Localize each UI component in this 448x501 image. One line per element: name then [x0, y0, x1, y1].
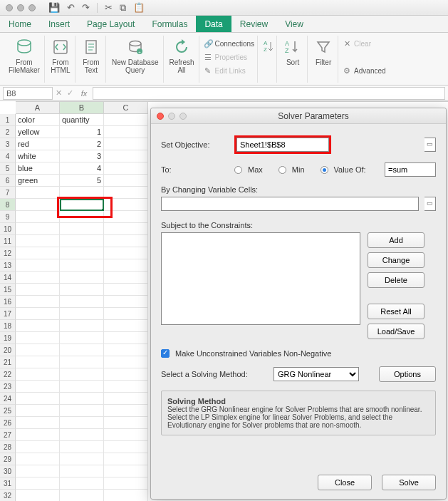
close-dot[interactable]: [6, 4, 13, 11]
cell-A6[interactable]: green: [16, 175, 60, 187]
cell-B13[interactable]: [60, 259, 104, 272]
solve-button[interactable]: Solve: [382, 475, 436, 490]
cell-B9[interactable]: [60, 211, 104, 223]
cell-A7[interactable]: [16, 187, 60, 199]
cell-C10[interactable]: [104, 223, 148, 235]
row-head[interactable]: 32: [0, 490, 16, 501]
cell-C15[interactable]: [104, 284, 148, 296]
cell-C18[interactable]: [104, 320, 148, 332]
fx-icon[interactable]: fx: [78, 89, 90, 98]
col-head-b[interactable]: B: [60, 102, 104, 114]
cell-A3[interactable]: red: [16, 138, 60, 150]
row-head[interactable]: 15: [0, 284, 16, 296]
cell-A19[interactable]: [16, 332, 60, 344]
row-head[interactable]: 18: [0, 320, 16, 332]
options-button[interactable]: Options: [379, 366, 436, 382]
cell-C6[interactable]: [104, 175, 148, 187]
cell-B28[interactable]: [60, 441, 104, 453]
paste-icon[interactable]: 📋: [133, 2, 145, 13]
name-box[interactable]: [3, 87, 53, 100]
radio-min[interactable]: [278, 166, 286, 174]
cell-B2[interactable]: 1: [60, 126, 104, 138]
cell-B17[interactable]: [60, 308, 104, 320]
cell-A1[interactable]: color: [16, 114, 60, 126]
cell-C22[interactable]: [104, 368, 148, 381]
cell-C4[interactable]: [104, 150, 148, 162]
cell-A32[interactable]: [16, 490, 60, 501]
filter-button[interactable]: Filter: [309, 36, 338, 83]
cell-B14[interactable]: [60, 272, 104, 284]
cell-C11[interactable]: [104, 235, 148, 247]
changing-cells-input[interactable]: [161, 197, 419, 211]
radio-valueof[interactable]: [321, 166, 328, 174]
cell-B31[interactable]: [60, 477, 104, 490]
new-database-query-button[interactable]: + New Database Query: [108, 36, 164, 83]
cell-A26[interactable]: [16, 417, 60, 429]
cell-B29[interactable]: [60, 453, 104, 465]
cell-B24[interactable]: [60, 393, 104, 405]
cell-C5[interactable]: [104, 162, 148, 175]
changing-ref-button[interactable]: ▭: [424, 197, 436, 211]
cell-B20[interactable]: [60, 344, 104, 356]
cell-B1[interactable]: quantity: [60, 114, 104, 126]
row-head[interactable]: 26: [0, 417, 16, 429]
row-head[interactable]: 9: [0, 211, 16, 223]
cell-A5[interactable]: blue: [16, 162, 60, 175]
cell-B23[interactable]: [60, 381, 104, 393]
cell-A21[interactable]: [16, 356, 60, 368]
close-button[interactable]: Close: [318, 475, 372, 490]
cell-B12[interactable]: [60, 247, 104, 259]
advanced-filter-button[interactable]: ⚙Advanced: [343, 64, 385, 77]
cell-B6[interactable]: 5: [60, 175, 104, 187]
row-head[interactable]: 20: [0, 344, 16, 356]
cell-B5[interactable]: 4: [60, 162, 104, 175]
cell-C23[interactable]: [104, 381, 148, 393]
cell-A27[interactable]: [16, 429, 60, 441]
tab-review[interactable]: Review: [231, 16, 276, 32]
row-head[interactable]: 14: [0, 272, 16, 284]
from-filemaker-button[interactable]: From FileMaker: [4, 36, 45, 83]
sort-button[interactable]: AZ Sort: [278, 36, 308, 83]
constraints-listbox[interactable]: [161, 232, 360, 325]
add-button[interactable]: Add: [368, 232, 424, 248]
copy-icon[interactable]: ⧉: [120, 2, 126, 14]
row-head[interactable]: 11: [0, 235, 16, 247]
row-head[interactable]: 12: [0, 247, 16, 259]
cell-A24[interactable]: [16, 393, 60, 405]
cell-B15[interactable]: [60, 284, 104, 296]
cell-A22[interactable]: [16, 368, 60, 381]
tab-data[interactable]: Data: [196, 16, 231, 32]
cell-C2[interactable]: [104, 126, 148, 138]
properties-button[interactable]: ☰Properties: [204, 51, 255, 63]
cell-A25[interactable]: [16, 405, 60, 417]
radio-max[interactable]: [234, 166, 242, 174]
row-head[interactable]: 29: [0, 453, 16, 465]
row-head[interactable]: 2: [0, 126, 16, 138]
cell-C28[interactable]: [104, 441, 148, 453]
cell-A15[interactable]: [16, 284, 60, 296]
cell-B16[interactable]: [60, 296, 104, 308]
cell-A12[interactable]: [16, 247, 60, 259]
cell-C29[interactable]: [104, 453, 148, 465]
cell-A16[interactable]: [16, 296, 60, 308]
row-head[interactable]: 8: [0, 199, 16, 211]
cell-B11[interactable]: [60, 235, 104, 247]
cell-B10[interactable]: [60, 223, 104, 235]
row-head[interactable]: 28: [0, 441, 16, 453]
objective-ref-button[interactable]: ▭: [424, 138, 436, 152]
sort-az-button[interactable]: AZ: [259, 36, 277, 83]
edit-links-button[interactable]: ✎Edit Links: [204, 64, 255, 77]
solving-method-select[interactable]: GRG Nonlinear: [274, 367, 359, 381]
cell-C24[interactable]: [104, 393, 148, 405]
cell-B32[interactable]: [60, 490, 104, 501]
cell-C13[interactable]: [104, 259, 148, 272]
confirm-icon[interactable]: ✓: [64, 88, 75, 98]
reset-all-button[interactable]: Reset All: [368, 304, 424, 319]
cell-A10[interactable]: [16, 223, 60, 235]
row-head[interactable]: 1: [0, 114, 16, 126]
formula-input[interactable]: [93, 87, 445, 100]
set-objective-input[interactable]: [236, 138, 329, 152]
cancel-icon[interactable]: ✕: [53, 88, 64, 98]
cell-C21[interactable]: [104, 356, 148, 368]
dialog-close-icon[interactable]: [157, 113, 164, 120]
